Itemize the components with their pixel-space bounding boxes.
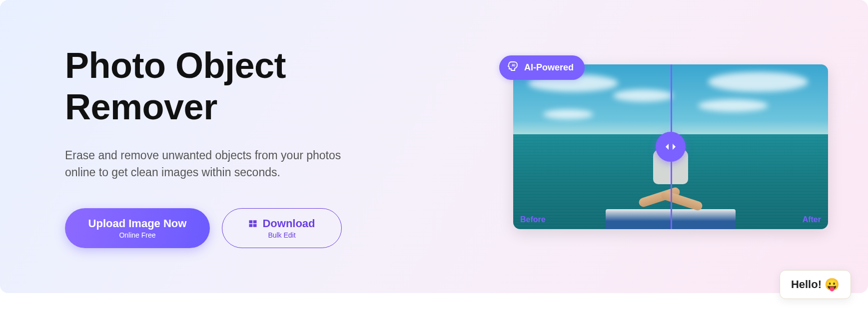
svg-rect-0 [249, 220, 253, 223]
page-description: Erase and remove unwanted objects from y… [65, 147, 370, 181]
svg-rect-3 [253, 224, 257, 227]
svg-rect-2 [249, 224, 253, 227]
upload-button-label: Upload Image Now [88, 217, 187, 230]
cta-button-row: Upload Image Now Online Free Download [65, 208, 370, 248]
download-button-sublabel: Bulk Edit [268, 231, 295, 239]
upload-button-sublabel: Online Free [119, 231, 155, 239]
before-label: Before [520, 215, 546, 224]
hero-section: Photo Object Remover Erase and remove un… [0, 0, 868, 293]
page-title: Photo Object Remover [65, 45, 370, 128]
arrow-right-icon [672, 143, 677, 150]
after-label: After [803, 215, 821, 224]
ai-head-icon: AI [507, 60, 519, 75]
download-button-label: Download [262, 217, 315, 230]
chat-greeting: Hello! [791, 278, 822, 291]
hero-text-content: Photo Object Remover Erase and remove un… [65, 45, 385, 248]
download-button[interactable]: Download Bulk Edit [222, 208, 342, 248]
chat-widget[interactable]: Hello! 😛 [780, 270, 851, 299]
before-after-preview: Before After [513, 64, 828, 229]
ai-badge-label: AI-Powered [524, 62, 574, 73]
arrow-left-icon [665, 143, 670, 150]
ai-powered-badge: AI AI-Powered [499, 55, 585, 80]
preview-area: AI AI-Powered [385, 64, 828, 229]
svg-rect-1 [253, 220, 257, 223]
svg-text:AI: AI [512, 63, 515, 67]
upload-image-button[interactable]: Upload Image Now Online Free [65, 208, 210, 248]
windows-icon [248, 219, 257, 228]
comparison-slider-handle[interactable] [656, 132, 686, 162]
tongue-out-emoji-icon: 😛 [825, 278, 840, 292]
